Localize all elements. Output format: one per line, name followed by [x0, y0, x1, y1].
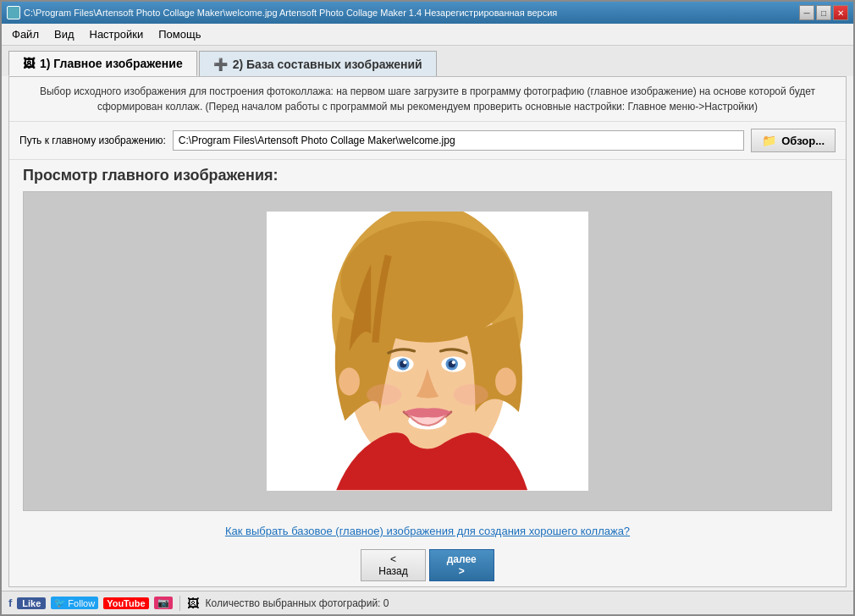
instagram-button[interactable]: 📷	[154, 597, 173, 609]
photo-count-icon: 🖼	[187, 597, 199, 610]
title-bar-controls: ─ □ ✕	[799, 5, 848, 20]
browse-icon: 📁	[762, 134, 776, 147]
tab1-icon: 🖼	[23, 57, 35, 70]
maximize-button[interactable]: □	[816, 5, 831, 20]
main-window: C:\Program Files\Artensoft Photo Collage…	[0, 0, 855, 616]
title-text: C:\Program Files\Artensoft Photo Collage…	[24, 8, 557, 18]
tab-collage-base[interactable]: ➕ 2) База составных изображений	[199, 51, 437, 76]
path-input[interactable]	[173, 130, 744, 151]
youtube-label: YouTube	[107, 598, 145, 608]
preview-image	[267, 212, 588, 491]
title-bar-left: C:\Program Files\Artensoft Photo Collage…	[7, 6, 557, 19]
svg-point-11	[403, 360, 406, 364]
browse-label: Обзор...	[781, 135, 825, 147]
twitter-label: Follow	[68, 598, 95, 608]
svg-point-16	[339, 368, 360, 396]
info-box: Выбор исходного изображения для построен…	[9, 77, 846, 122]
svg-point-12	[452, 360, 455, 364]
tab-main-image[interactable]: 🖼 1) Главное изображение	[8, 51, 197, 76]
twitter-icon: 🐦	[54, 597, 66, 608]
preview-title: Просмотр главного изображения:	[23, 167, 832, 184]
svg-point-17	[495, 368, 516, 396]
preview-section: Просмотр главного изображения:	[9, 160, 846, 518]
twitter-button[interactable]: 🐦 Follow	[51, 597, 98, 609]
svg-point-14	[367, 384, 401, 405]
menu-help[interactable]: Помощь	[152, 25, 207, 43]
status-bar: f Like 🐦 Follow YouTube 📷 🖼 Количество в…	[2, 591, 853, 614]
facebook-button[interactable]: Like	[17, 597, 46, 609]
next-bottom: >	[447, 565, 477, 577]
next-button[interactable]: далее >	[429, 549, 494, 581]
back-button[interactable]: < Назад	[361, 549, 425, 581]
path-label: Путь к главному изображению:	[19, 135, 166, 146]
next-top: далее	[447, 553, 477, 565]
social-buttons: f Like 🐦 Follow YouTube 📷	[8, 597, 173, 609]
menu-bar: Файл Вид Настройки Помощь	[2, 24, 853, 46]
instagram-icon: 📷	[157, 597, 169, 608]
content-area: Выбор исходного изображения для построен…	[8, 76, 847, 587]
tab2-label: 2) База составных изображений	[233, 58, 422, 71]
svg-point-15	[454, 384, 488, 405]
fb-icon: f	[8, 597, 12, 609]
minimize-button[interactable]: ─	[799, 5, 814, 20]
photo-count: Количество выбранных фотографий: 0	[206, 597, 389, 609]
close-button[interactable]: ✕	[833, 5, 848, 20]
back-bottom: Назад	[378, 565, 407, 577]
tabs-bar: 🖼 1) Главное изображение ➕ 2) База соста…	[2, 46, 853, 76]
info-text: Выбор исходного изображения для построен…	[40, 85, 815, 113]
preview-image-area	[267, 212, 588, 491]
path-row: Путь к главному изображению: 📁 Обзор...	[9, 122, 846, 160]
status-divider	[179, 596, 180, 611]
preview-container	[23, 191, 832, 511]
app-icon	[7, 6, 20, 19]
menu-file[interactable]: Файл	[5, 25, 46, 43]
title-bar: C:\Program Files\Artensoft Photo Collage…	[2, 2, 853, 24]
menu-view[interactable]: Вид	[47, 25, 81, 43]
back-top: <	[378, 553, 407, 565]
tab1-label: 1) Главное изображение	[40, 57, 183, 70]
browse-button[interactable]: 📁 Обзор...	[751, 129, 836, 152]
youtube-button[interactable]: YouTube	[103, 597, 148, 609]
tab2-icon: ➕	[213, 58, 228, 71]
menu-settings[interactable]: Настройки	[83, 25, 151, 43]
help-link[interactable]: Как выбрать базовое (главное) изображени…	[9, 518, 846, 544]
nav-buttons: < Назад далее >	[9, 544, 846, 586]
